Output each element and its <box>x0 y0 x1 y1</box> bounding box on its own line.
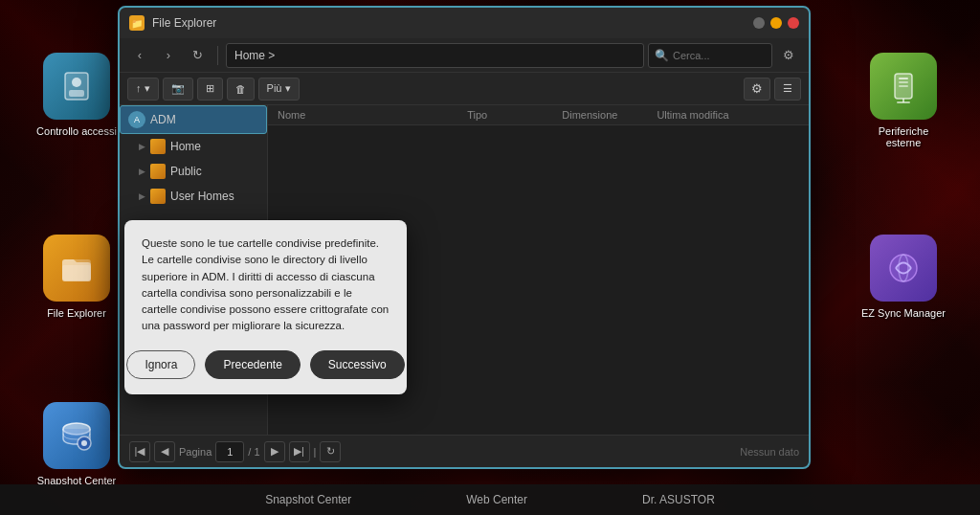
bottom-pagination-bar: |◀ ◀ Pagina / 1 ▶ ▶| | ↻ Nessun dato <box>120 435 809 467</box>
close-button[interactable] <box>788 17 799 29</box>
desktop-icon-file-explorer[interactable]: File Explorer <box>33 235 120 319</box>
search-icon: 🔍 <box>655 49 669 62</box>
upload-button[interactable]: ↑ ▾ <box>127 78 159 101</box>
toolbar-separator <box>217 46 218 65</box>
window-controls[interactable] <box>753 17 799 29</box>
svg-rect-11 <box>899 81 908 83</box>
taskbar: Snapshot Center Web Center Dr. ASUSTOR <box>0 484 980 515</box>
col-ultima-modifica[interactable]: Ultima modifica <box>657 109 799 121</box>
taskbar-dr-asustor[interactable]: Dr. ASUSTOR <box>642 493 715 506</box>
col-tipo[interactable]: Tipo <box>467 109 562 121</box>
chevron-icon-2: ▶ <box>139 167 145 176</box>
svg-rect-10 <box>899 78 908 79</box>
tree-item-home[interactable]: ▶ Home <box>120 134 267 159</box>
page-total: / 1 <box>248 446 259 458</box>
user-homes-label: User Homes <box>170 190 234 203</box>
taskbar-snapshot-center[interactable]: Snapshot Center <box>265 493 351 506</box>
search-input[interactable] <box>673 50 766 61</box>
controllo-accessi-icon <box>43 53 110 120</box>
grid-button[interactable]: ⊞ <box>197 78 223 101</box>
last-page-button[interactable]: ▶| <box>289 441 310 462</box>
separator: | <box>314 446 317 458</box>
desktop-icon-periferiche-esterne[interactable]: Periferiche esterne <box>860 53 947 148</box>
svg-rect-2 <box>69 90 84 97</box>
svg-rect-4 <box>62 265 91 281</box>
delete-button[interactable]: 🗑 <box>227 78 255 101</box>
taskbar-web-center[interactable]: Web Center <box>466 493 527 506</box>
pagina-label: Pagina <box>179 446 212 458</box>
window-title: File Explorer <box>152 16 746 30</box>
refresh-button[interactable]: ↻ <box>185 43 210 68</box>
maximize-button[interactable] <box>770 17 782 29</box>
next-page-button[interactable]: ▶ <box>264 441 285 462</box>
first-page-button[interactable]: |◀ <box>129 441 150 462</box>
file-explorer-label: File Explorer <box>47 307 106 319</box>
minimize-button[interactable] <box>753 17 765 29</box>
col-nome[interactable]: Nome <box>278 109 467 121</box>
tooltip-description: Queste sono le tue cartelle condivise pr… <box>142 235 390 335</box>
no-data-label: Nessun dato <box>740 446 799 458</box>
tree-item-public[interactable]: ▶ Public <box>120 159 267 184</box>
periferiche-esterne-icon <box>870 53 937 120</box>
successivo-button[interactable]: Successivo <box>310 350 405 379</box>
ez-sync-manager-icon <box>870 235 937 302</box>
page-input[interactable] <box>215 441 244 462</box>
filter-button[interactable]: ⚙ <box>776 43 801 68</box>
precedente-button[interactable]: Precedente <box>205 350 300 379</box>
adm-label: ADM <box>150 113 176 126</box>
screenshot-button[interactable]: 📷 <box>163 78 193 101</box>
ignora-button[interactable]: Ignora <box>126 350 195 379</box>
svg-rect-12 <box>899 85 908 87</box>
public-folder-icon <box>150 164 166 179</box>
desktop-icon-snapshot-center[interactable]: Snapshot Center <box>33 402 120 486</box>
svg-point-8 <box>81 440 87 446</box>
user-homes-folder-icon <box>150 189 166 204</box>
forward-button[interactable]: › <box>156 43 181 68</box>
chevron-icon-3: ▶ <box>139 191 145 201</box>
more-button[interactable]: Più ▾ <box>258 78 300 101</box>
desktop-icon-controllo-accessi[interactable]: Controllo accessi <box>33 53 120 137</box>
back-button[interactable]: ‹ <box>127 43 152 68</box>
tooltip-button-group: Ignora Precedente Successivo <box>142 350 390 379</box>
desktop-icon-ez-sync-manager[interactable]: EZ Sync Manager <box>860 235 947 319</box>
col-dimensione[interactable]: Dimensione <box>562 109 657 121</box>
home-folder-icon <box>150 139 166 154</box>
snapshot-center-icon <box>43 402 110 469</box>
file-list-header: Nome Tipo Dimensione Ultima modifica <box>268 105 809 125</box>
view-toggle-button[interactable]: ☰ <box>774 78 801 101</box>
svg-point-1 <box>72 78 81 87</box>
address-text: Home > <box>234 49 275 62</box>
adm-icon: A <box>128 111 145 128</box>
ez-sync-manager-label: EZ Sync Manager <box>861 307 946 319</box>
tree-item-adm[interactable]: A ADM <box>120 105 267 134</box>
svg-point-13 <box>890 255 917 281</box>
toolbar-actions: ↑ ▾ 📷 ⊞ 🗑 Più ▾ ⚙ ☰ <box>120 73 809 105</box>
periferiche-esterne-label: Periferiche esterne <box>860 125 947 148</box>
shared-folders-tooltip: Queste sono le tue cartelle condivise pr… <box>124 220 407 394</box>
window-icon: 📁 <box>129 15 145 31</box>
home-label: Home <box>170 140 201 153</box>
toolbar-navigation: ‹ › ↻ Home > 🔍 ⚙ <box>120 38 809 73</box>
chevron-icon: ▶ <box>139 142 145 151</box>
controllo-accessi-label: Controllo accessi <box>36 125 117 137</box>
sync-button[interactable]: ↻ <box>320 441 341 462</box>
address-bar[interactable]: Home > <box>226 43 644 68</box>
title-bar: 📁 File Explorer <box>120 8 809 38</box>
prev-page-button[interactable]: ◀ <box>154 441 175 462</box>
search-bar[interactable]: 🔍 <box>648 43 772 68</box>
tree-item-user-homes[interactable]: ▶ User Homes <box>120 184 267 209</box>
public-label: Public <box>170 165 202 178</box>
file-explorer-icon <box>43 235 110 302</box>
settings-button[interactable]: ⚙ <box>744 78 770 101</box>
